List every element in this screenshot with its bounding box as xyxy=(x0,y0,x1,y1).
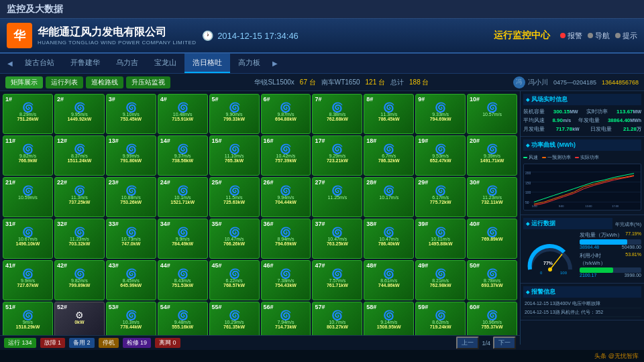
turbine-card[interactable]: 14# 🌀 9.37m/s 738.56kW xyxy=(158,135,208,176)
turbine-card[interactable]: 46# 🌀 7.38m/s 754.43kW xyxy=(261,260,311,300)
turbine-icon: 🌀 xyxy=(331,227,343,237)
turbine-card[interactable]: 4# 🌀 10.48m/s 715.91kW xyxy=(158,94,208,134)
turbine-card[interactable]: 44# 🌀 8.43m/s 751.53kW xyxy=(158,260,208,300)
btn-patrol[interactable]: 巡检路线 xyxy=(86,76,123,88)
main-content: 1# 🌀 8.29m/s 751.26kW 2# 🌀 9.95m/s 1449.… xyxy=(0,91,644,345)
turbine-card[interactable]: 17# 🌀 9.29m/s 723.21kW xyxy=(312,135,362,176)
turbine-card[interactable]: 41# 🌀 9.9m/s 727.67kW xyxy=(3,260,53,300)
turbine-speed: 10.29m/s xyxy=(225,320,244,324)
turbine-card[interactable]: 11# 🌀 9.82m/s 766.9kW xyxy=(3,135,53,176)
alarm-btn[interactable]: 报警 xyxy=(560,31,582,41)
tab-wuliji[interactable]: 乌力吉 xyxy=(108,54,146,73)
turbine-card[interactable]: 39# 🌀 10.11m/s 1495.88kW xyxy=(415,219,466,259)
turbine-card[interactable]: 29# 🌀 6.17m/s 775.72kW xyxy=(415,177,466,217)
next-page-btn[interactable]: 下一 xyxy=(493,337,516,349)
turbine-card[interactable]: 16# 🌀 10.42m/s 757.39kW xyxy=(261,135,311,176)
tab-kailu[interactable]: 开鲁建华 xyxy=(62,54,108,73)
turbine-id: 33# xyxy=(109,221,119,227)
turbine-card[interactable]: 21# 🌀 10.59m/s xyxy=(3,177,53,217)
bottom-bar: 运行 134 故障 1 备用 2 停机 检修 19 离网 0 上一 1/4 下一 xyxy=(0,335,520,350)
turbine-card[interactable]: 24# 🌀 10.1m/s 1521.71kW xyxy=(158,177,208,217)
btn-list[interactable]: 运行列表 xyxy=(46,76,83,88)
tab-gaoli[interactable]: 高力板 xyxy=(230,54,268,73)
tab-haori[interactable]: 浩日格吐 xyxy=(184,54,230,73)
turbine-card[interactable]: 10# 🌀 10.57m/s xyxy=(467,94,517,134)
turbine-card[interactable]: 47# 🌀 7.57m/s 761.71kW xyxy=(312,260,362,300)
turbine-id: 21# xyxy=(5,179,15,186)
turbine-card[interactable]: 26# 🌀 9.94m/s 704.44kW xyxy=(261,177,311,217)
turbine-power: 725.63kW xyxy=(223,200,245,204)
turbine-speed: 9.53m/s xyxy=(432,154,449,158)
turbine-card[interactable]: 36# 🌀 8.94m/s 794.69kW xyxy=(261,219,311,259)
turbine-id: 38# xyxy=(366,221,376,227)
turbine-speed: 9.94m/s xyxy=(277,195,294,200)
turbine-power: 799.89kW xyxy=(68,283,90,288)
turbine-card[interactable]: 28# 🌀 10.17m/s xyxy=(364,177,414,217)
turbine-card[interactable]: 19# 🌀 9.53m/s 652.47kW xyxy=(415,135,466,176)
model1-label: 华锐SL1500x xyxy=(254,78,294,87)
company-name-cn: 华能通辽风力发电有限公司 xyxy=(38,25,197,40)
turbine-power: 799.33kW xyxy=(223,117,245,121)
turbine-power: 1511.24kW xyxy=(67,158,91,163)
turbine-power: 704.44kW xyxy=(275,200,297,204)
legend-item: 风速 xyxy=(523,154,538,161)
nav-btn[interactable]: 导航 xyxy=(588,31,610,41)
nav-prev-arrow[interactable]: ◀ xyxy=(3,54,17,73)
tab-baolong[interactable]: 宝龙山 xyxy=(146,54,184,73)
turbine-card[interactable]: 48# 🌀 8.61m/s 744.86kW xyxy=(364,260,414,300)
prev-page-btn[interactable]: 上一 xyxy=(456,337,479,349)
turbine-card[interactable]: 3# 🌀 9.10m/s 753.45kW xyxy=(106,94,156,134)
turbine-power: 1508.95kW xyxy=(377,324,401,329)
turbine-power: 703.32kW xyxy=(68,241,90,246)
turbine-card[interactable]: 38# 🌀 10.47m/s 786.40kW xyxy=(364,219,414,259)
turbine-card[interactable]: 2# 🌀 9.95m/s 1449.92kW xyxy=(54,94,105,134)
turbine-card[interactable]: 7# 🌀 8.38m/s 762.68kW xyxy=(312,94,362,134)
turbine-card[interactable]: 34# 🌀 9.9m/s 784.49kW xyxy=(158,219,208,259)
turbine-card[interactable]: 6# 🌀 9.87m/s 694.88kW xyxy=(261,94,311,134)
turbine-speed: 9.82m/s xyxy=(19,154,36,158)
turbine-card[interactable]: 42# 🌀 9.82m/s 799.89kW xyxy=(54,260,105,300)
turbine-card[interactable]: 20# 🌀 9.39m/s 1491.71kW xyxy=(467,135,517,176)
turbine-card[interactable]: 31# 🌀 10.67m/s 1496.10kW xyxy=(3,219,53,259)
turbine-card[interactable]: 35# 🌀 10.47m/s 766.26kW xyxy=(209,219,260,259)
turbine-speed: 9.33m/s xyxy=(432,112,449,117)
turbine-card[interactable]: 32# 🌀 11.23m/s 703.32kW xyxy=(54,219,105,259)
svg-text:77%: 77% xyxy=(543,261,553,265)
turbine-card[interactable]: 49# 🌀 8.21m/s 762.98kW xyxy=(415,260,466,300)
turbine-card[interactable]: 25# 🌀 11.5m/s 725.63kW xyxy=(209,177,260,217)
turbine-icon: 🌀 xyxy=(383,186,394,195)
total-label: 总计 xyxy=(390,78,404,87)
turbine-card[interactable]: 8# 🌀 11.3m/s 786.45kW xyxy=(364,94,414,134)
turbine-id: 28# xyxy=(366,179,376,186)
turbine-card[interactable]: 40# 🌀 769.89kW xyxy=(467,219,517,259)
btn-matrix[interactable]: 矩阵展示 xyxy=(5,76,43,88)
nav-next-arrow[interactable]: ▶ xyxy=(268,54,282,73)
turbine-card[interactable]: 12# 🌀 8.37m/s 1511.24kW xyxy=(54,135,105,176)
turbine-icon: 🌀 xyxy=(280,227,291,237)
turbine-card[interactable]: 13# 🌀 9.99m/s 791.80kW xyxy=(106,135,156,176)
turbine-card[interactable]: 43# 🌀 8.45m/s 645.99kW xyxy=(106,260,156,300)
turbine-card[interactable]: 18# 🌀 6.7m/s 786.32kW xyxy=(364,135,414,176)
turbine-speed: 10.67m/s xyxy=(18,237,38,241)
turbine-card[interactable]: 50# 🌀 8.78m/s 693.37kW xyxy=(467,260,517,300)
turbine-speed: 11.23m/s xyxy=(70,237,89,241)
turbine-card[interactable]: 23# 🌀 10.88m/s 753.26kW xyxy=(106,177,156,217)
turbine-card[interactable]: 37# 🌀 10.47m/s 763.25kW xyxy=(312,219,362,259)
turbine-card[interactable]: 45# 🌀 6.22m/s 768.57kW xyxy=(209,260,260,300)
btn-station[interactable]: 升压站监视 xyxy=(126,76,170,88)
turbine-card[interactable]: 15# 🌀 11.10m/s 765.3kW xyxy=(209,135,260,176)
hint-btn[interactable]: 提示 xyxy=(615,31,637,41)
turbine-card[interactable]: 22# 🌀 11.3m/s 737.25kW xyxy=(54,177,105,217)
turbine-id: 11# xyxy=(5,137,15,144)
turbine-card[interactable]: 30# 🌀 11.23m/s 732.11kW xyxy=(467,177,517,217)
turbine-card[interactable]: 33# 🌀 10.73m/s 747.0kW xyxy=(106,219,156,259)
toolbar-right: 华锐SL1500x 67 台 南车WT1650 121 台 总计 188 台 xyxy=(254,78,429,87)
turbine-card[interactable]: 5# 🌀 9.90m/s 799.33kW xyxy=(209,94,260,134)
turbine-card[interactable]: 9# 🌀 9.33m/s 794.69kW xyxy=(415,94,466,134)
tab-gutuotai[interactable]: 旋古台站 xyxy=(17,54,62,73)
turbine-card[interactable]: 27# 🌀 11.25m/s xyxy=(312,177,362,217)
turbine-card[interactable]: 1# 🌀 8.29m/s 751.26kW xyxy=(3,94,53,134)
gauge-container: 0 100 77% xyxy=(523,239,577,273)
chart-legend: 风速一预测功率实际功率 xyxy=(523,153,641,162)
turbine-speed: 9.39m/s xyxy=(484,154,500,158)
